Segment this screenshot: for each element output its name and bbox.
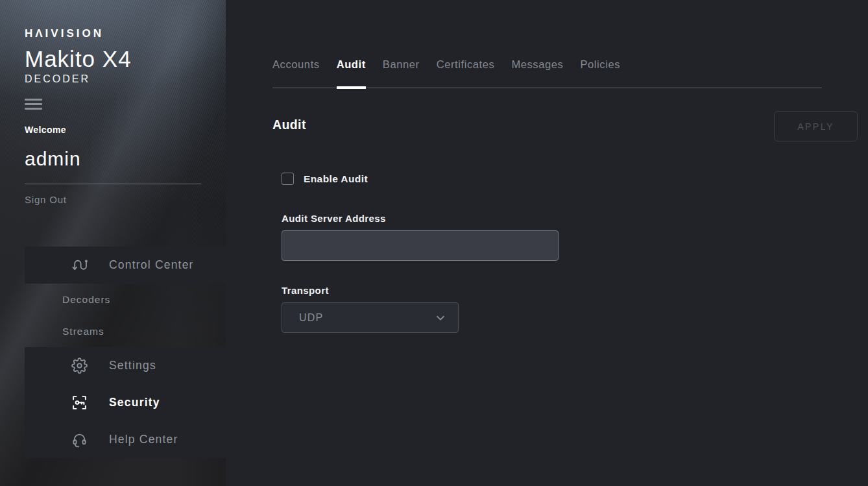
sidebar-item-label: Security (109, 396, 160, 409)
menu-bar (25, 99, 42, 101)
enable-audit-checkbox[interactable] (282, 173, 294, 185)
transport-label: Transport (282, 285, 868, 296)
menu-icon[interactable] (25, 99, 42, 110)
key-frame-icon (71, 395, 109, 411)
sign-out-link[interactable]: Sign Out (25, 194, 67, 205)
product-name: Makito X4 (25, 46, 226, 72)
sidebar-item-label: Control Center (109, 258, 194, 272)
server-address-field: Audit Server Address (282, 213, 868, 261)
sidebar-item-help-center[interactable]: Help Center (25, 421, 226, 458)
server-address-input[interactable] (282, 230, 559, 261)
transport-select[interactable]: UDP (282, 302, 459, 333)
sidebar-item-label: Settings (109, 359, 156, 372)
sidebar-item-label: Streams (62, 326, 104, 337)
sidebar-content: HΛIVISION Makito X4 DECODER Welcome admi… (0, 0, 226, 458)
sidebar-item-label: Decoders (62, 294, 110, 306)
sidebar-item-control-center[interactable]: Control Center (25, 247, 226, 284)
app-window: HΛIVISION Makito X4 DECODER Welcome admi… (0, 0, 868, 486)
sidebar-item-security[interactable]: Security (25, 384, 226, 421)
transport-field: Transport UDP (282, 285, 868, 333)
menu-bar (25, 108, 42, 110)
sidebar-nav: Control Center Decoders Streams (25, 247, 226, 458)
headset-icon (71, 431, 109, 448)
audit-form: Enable Audit Audit Server Address Transp… (282, 173, 868, 333)
username: admin (25, 148, 226, 170)
tab-audit[interactable]: Audit (337, 58, 366, 88)
product-type: DECODER (25, 73, 226, 85)
route-icon (71, 257, 109, 273)
tab-policies[interactable]: Policies (580, 58, 620, 88)
sidebar-item-decoders[interactable]: Decoders (25, 284, 226, 315)
main-content: Accounts Audit Banner Certificates Messa… (226, 0, 868, 486)
server-address-label: Audit Server Address (282, 213, 868, 224)
welcome-label: Welcome (25, 125, 226, 135)
sidebar: HΛIVISION Makito X4 DECODER Welcome admi… (0, 0, 226, 486)
sidebar-item-label: Help Center (109, 433, 178, 446)
sidebar-divider (25, 184, 201, 184)
apply-button[interactable]: APPLY (774, 111, 858, 141)
menu-bar (25, 103, 42, 105)
sidebar-item-settings[interactable]: Settings (25, 347, 226, 384)
haivision-logo: HΛIVISION (25, 27, 226, 40)
tab-bar: Accounts Audit Banner Certificates Messa… (272, 0, 822, 88)
sidebar-item-streams[interactable]: Streams (25, 315, 226, 347)
gear-icon (71, 358, 109, 374)
tab-accounts[interactable]: Accounts (272, 58, 320, 88)
enable-audit-label: Enable Audit (304, 173, 368, 185)
transport-selected-value: UDP (299, 312, 323, 324)
tab-certificates[interactable]: Certificates (437, 58, 495, 88)
tab-banner[interactable]: Banner (383, 58, 420, 88)
chevron-down-icon (435, 312, 446, 324)
enable-audit-row[interactable]: Enable Audit (282, 173, 368, 185)
tab-messages[interactable]: Messages (511, 58, 563, 88)
